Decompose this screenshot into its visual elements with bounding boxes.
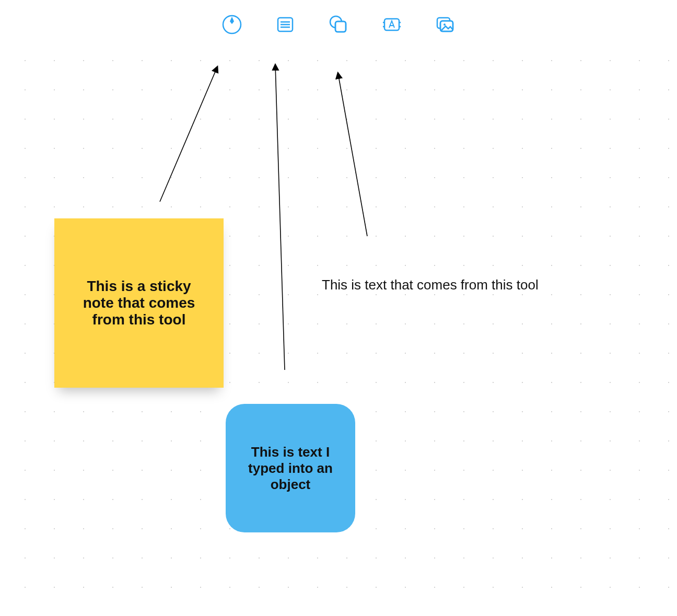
text-tool-button[interactable] (381, 14, 403, 36)
image-tool-button[interactable] (434, 14, 456, 36)
image-icon (434, 14, 456, 36)
pen-icon (221, 14, 243, 36)
sticky-note[interactable]: This is a sticky note that comes from th… (54, 218, 224, 388)
sticky-note-icon (274, 14, 296, 36)
shape-icon (328, 14, 349, 36)
rounded-rect-shape[interactable]: This is text I typed into an object (226, 404, 355, 532)
svg-point-16 (443, 24, 446, 26)
text-block-text: This is text that comes from this tool (322, 277, 539, 293)
sticky-note-text: This is a sticky note that comes from th… (70, 278, 208, 328)
text-icon (381, 14, 403, 36)
sticky-tool-button[interactable] (274, 14, 296, 36)
text-block[interactable]: This is text that comes from this tool (322, 277, 593, 293)
tool-toolbar (212, 9, 465, 40)
pen-tool-button[interactable] (221, 14, 243, 36)
shape-tool-button[interactable] (328, 14, 349, 36)
shape-text: This is text I typed into an object (238, 444, 343, 493)
svg-rect-6 (335, 21, 346, 32)
